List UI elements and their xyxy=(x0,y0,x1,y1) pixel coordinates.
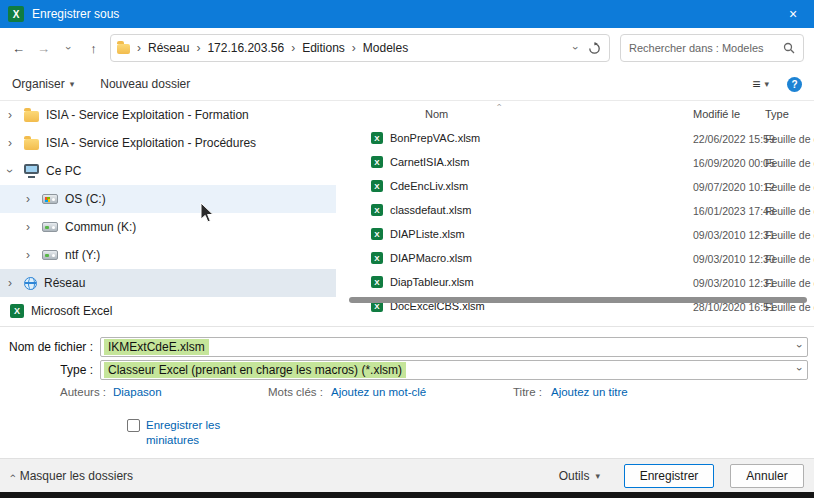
folder-tree: ISIA - Service Exploitation - Formation … xyxy=(0,101,336,327)
tree-item-commun-k[interactable]: Commun (K:) xyxy=(0,213,336,241)
breadcrumb[interactable]: Réseau 172.16.203.56 Editions Modeles xyxy=(110,34,610,62)
titlebar: Enregistrer sous xyxy=(0,0,814,28)
file-type: Feuille de calc xyxy=(765,157,814,169)
up-icon[interactable] xyxy=(81,41,106,56)
tree-item-label: ntf (Y:) xyxy=(65,248,100,262)
new-folder-label: Nouveau dossier xyxy=(100,77,190,91)
title-value[interactable]: Ajoutez un titre xyxy=(551,386,628,398)
hide-folders-button[interactable]: Masquer les dossiers xyxy=(10,469,133,483)
file-name: DiapTableur.xlsm xyxy=(390,276,474,288)
new-folder-button[interactable]: Nouveau dossier xyxy=(100,77,190,91)
file-name: CdeEncLiv.xlsm xyxy=(390,180,468,192)
filename-row: Nom de fichier : IKMExtCdeE.xlsm xyxy=(0,336,814,358)
authors-value[interactable]: Diapason xyxy=(113,386,162,398)
column-header-modified[interactable]: Modifié le xyxy=(693,108,740,120)
column-header-type[interactable]: Type xyxy=(765,108,789,120)
chevron-down-icon[interactable] xyxy=(798,363,802,375)
tree-item-microsoft-excel[interactable]: Microsoft Excel xyxy=(0,297,336,325)
folder-icon xyxy=(24,111,39,122)
title-label: Titre : xyxy=(513,386,542,398)
bottom-strip xyxy=(0,492,814,498)
file-type: Feuille de calc xyxy=(765,205,814,217)
breadcrumb-segment[interactable]: Editions xyxy=(302,41,345,55)
tree-item-ce-pc[interactable]: Ce PC xyxy=(0,157,336,185)
file-row[interactable]: CarnetISIA.xlsm 16/09/2020 00:05 Feuille… xyxy=(345,151,814,175)
command-bar: Organiser Nouveau dossier xyxy=(0,68,814,101)
column-header-name[interactable]: Nom xyxy=(425,108,448,120)
filename-input[interactable]: IKMExtCdeE.xlsm xyxy=(100,337,808,357)
chevron-down-icon[interactable] xyxy=(798,340,802,352)
cancel-button[interactable]: Annuler xyxy=(730,464,804,488)
navigation-bar: Réseau 172.16.203.56 Editions Modeles xyxy=(0,28,814,68)
refresh-icon[interactable] xyxy=(588,42,601,55)
tree-item-label: Réseau xyxy=(44,276,85,290)
close-icon[interactable] xyxy=(772,0,814,28)
tree-item-label: OS (C:) xyxy=(65,192,106,206)
help-icon[interactable] xyxy=(787,77,802,92)
tree-item-isia-formation[interactable]: ISIA - Service Exploitation - Formation xyxy=(0,101,336,129)
filename-value: IKMExtCdeE.xlsm xyxy=(104,339,209,355)
file-type: Feuille de calc xyxy=(765,229,814,241)
tools-button[interactable]: Outils xyxy=(559,469,600,483)
command-bar-right xyxy=(752,76,802,92)
breadcrumb-segment[interactable]: Réseau xyxy=(148,41,189,55)
breadcrumb-segment[interactable]: 172.16.203.56 xyxy=(207,41,284,55)
file-row[interactable]: DIAPListe.xlsm 09/03/2010 12:31 Feuille … xyxy=(345,223,814,247)
view-options-button[interactable] xyxy=(752,76,769,92)
keywords-label: Mots clés : xyxy=(268,386,323,398)
horizontal-scrollbar[interactable] xyxy=(349,297,807,303)
organize-label: Organiser xyxy=(12,77,65,91)
file-row[interactable]: classdefaut.xlsm 16/01/2023 17:48 Feuill… xyxy=(345,199,814,223)
back-icon[interactable] xyxy=(6,41,31,56)
breadcrumb-separator-icon xyxy=(137,41,141,55)
tree-item-label: Ce PC xyxy=(46,164,81,178)
file-name: CarnetISIA.xlsm xyxy=(390,156,469,168)
address-dropdown-icon[interactable] xyxy=(574,42,578,54)
chevron-right-icon[interactable] xyxy=(8,108,17,122)
file-modified: 09/07/2020 10:12 xyxy=(693,181,775,193)
chevron-right-icon[interactable] xyxy=(26,192,35,206)
tree-item-label: Commun (K:) xyxy=(65,220,136,234)
file-modified: 22/06/2022 15:59 xyxy=(693,133,775,145)
save-thumbnails-option[interactable]: Enregistrer les miniatures xyxy=(127,418,238,448)
filetype-select[interactable]: Classeur Excel (prenant en charge les ma… xyxy=(100,360,808,380)
file-modified: 09/03/2010 12:30 xyxy=(693,253,775,265)
chevron-right-icon[interactable] xyxy=(26,220,35,234)
tree-item-isia-procedures[interactable]: ISIA - Service Exploitation - Procédures xyxy=(0,129,336,157)
file-row[interactable]: BonPrepVAC.xlsm 22/06/2022 15:59 Feuille… xyxy=(345,127,814,151)
forward-icon[interactable] xyxy=(31,41,56,56)
chevron-down-icon[interactable] xyxy=(8,164,17,178)
file-row[interactable]: CdeEncLiv.xlsm 09/07/2020 10:12 Feuille … xyxy=(345,175,814,199)
organize-button[interactable]: Organiser xyxy=(12,77,74,91)
chevron-right-icon[interactable] xyxy=(8,276,17,290)
breadcrumb-segment[interactable]: Modeles xyxy=(363,41,408,55)
network-drive-icon xyxy=(42,250,58,260)
save-button[interactable]: Enregistrer xyxy=(624,464,714,488)
file-row[interactable]: DiapTableur.xlsm 09/03/2010 12:31 Feuill… xyxy=(345,271,814,295)
file-modified: 16/01/2023 17:48 xyxy=(693,205,775,217)
excel-file-icon xyxy=(371,156,383,168)
excel-file-icon xyxy=(371,252,383,264)
search-input[interactable] xyxy=(629,42,783,54)
system-disk-icon xyxy=(42,194,58,204)
hide-folders-label: Masquer les dossiers xyxy=(20,469,133,483)
footer-bar: Masquer les dossiers Outils Enregistrer … xyxy=(0,458,814,492)
chevron-right-icon[interactable] xyxy=(26,248,35,262)
tree-item-ntf-y[interactable]: ntf (Y:) xyxy=(0,241,336,269)
tree-item-reseau[interactable]: Réseau xyxy=(0,269,336,297)
divider xyxy=(0,326,814,327)
thumbnails-checkbox[interactable] xyxy=(127,419,140,432)
keywords-value[interactable]: Ajoutez un mot-clé xyxy=(331,386,426,398)
excel-file-icon xyxy=(371,228,383,240)
authors-label: Auteurs : xyxy=(60,386,106,398)
filetype-row: Type : Classeur Excel (prenant en charge… xyxy=(0,359,814,381)
network-icon xyxy=(24,277,37,290)
chevron-right-icon[interactable] xyxy=(8,136,17,150)
tree-item-label: Microsoft Excel xyxy=(31,304,112,318)
file-modified: 09/03/2010 12:31 xyxy=(693,229,775,241)
tree-item-os-c[interactable]: OS (C:) xyxy=(0,185,336,213)
list-header: Nom Modifié le Type xyxy=(345,101,814,127)
recent-locations-icon[interactable] xyxy=(56,42,81,54)
search-box[interactable] xyxy=(620,34,804,62)
file-row[interactable]: DIAPMacro.xlsm 09/03/2010 12:30 Feuille … xyxy=(345,247,814,271)
